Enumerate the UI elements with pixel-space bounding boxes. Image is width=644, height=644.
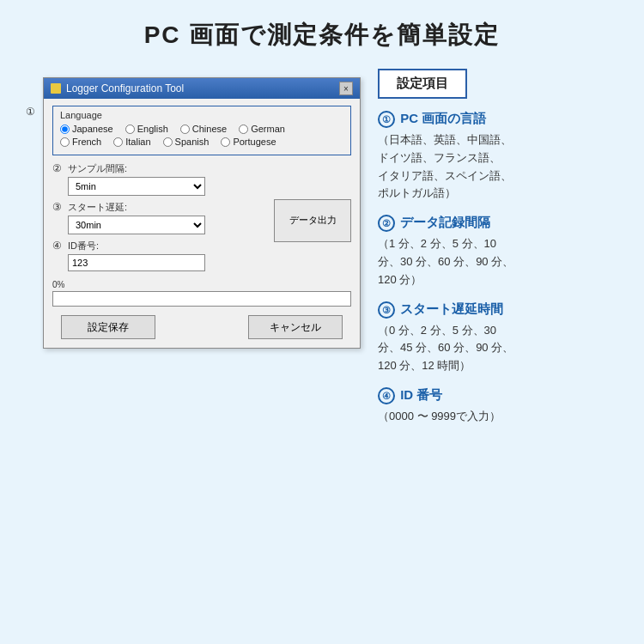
main-content: ① Logger Configuration Tool × Language	[0, 60, 644, 447]
dialog-titlebar-left: Logger Configuration Tool	[51, 82, 184, 94]
setting-num-4: ④	[378, 387, 395, 404]
circle-label-1: ①	[26, 106, 35, 118]
start-delay-section: スタート遅延: 30min	[68, 201, 267, 234]
progress-label: 0%	[52, 280, 351, 289]
setting-desc-3: （0 分、2 分、5 分、30分、45 分、60 分、90 分、120 分、12…	[378, 322, 627, 375]
circle-label-2: ②	[52, 162, 68, 174]
language-group: Language Japanese English Chinese	[52, 106, 351, 155]
radio-portugese-input[interactable]	[221, 137, 230, 147]
setting-title-4: ④ ID 番号	[378, 387, 627, 404]
settings-header: 設定項目	[378, 69, 467, 99]
radio-japanese[interactable]: Japanese	[60, 124, 113, 134]
dialog-body: Language Japanese English Chinese	[44, 99, 360, 348]
radio-german[interactable]: German	[239, 124, 285, 134]
radio-german-input[interactable]	[239, 125, 248, 134]
two-col-layout: ② サンプル間隔: 5min ③	[52, 162, 351, 275]
sample-interval-select[interactable]: 5min	[68, 177, 205, 196]
setting-title-2: ② データ記録間隔	[378, 215, 627, 232]
start-delay-label: スタート遅延:	[68, 201, 267, 214]
radio-italian-input[interactable]	[113, 137, 123, 147]
radio-french[interactable]: French	[60, 137, 101, 147]
setting-item-4: ④ ID 番号 （0000 〜 9999で入力）	[378, 387, 627, 426]
circle-label-4: ④	[52, 240, 68, 252]
sample-interval-label: サンプル間隔:	[68, 162, 267, 175]
setting-item-2: ② データ記録間隔 （1 分、2 分、5 分、10分、30 分、60 分、90 …	[378, 215, 627, 289]
circle-label-3: ③	[52, 201, 68, 213]
id-label: ID番号:	[68, 240, 267, 252]
radio-portugese[interactable]: Portugese	[221, 137, 276, 147]
left-panel: ① Logger Configuration Tool × Language	[26, 69, 361, 438]
setting-num-1: ①	[378, 111, 395, 128]
progress-bar	[52, 291, 351, 307]
radio-row-2: French Italian Spanish Portugese	[60, 137, 343, 147]
dialog-title: Logger Configuration Tool	[66, 82, 184, 94]
radio-row-1: Japanese English Chinese German	[60, 124, 343, 134]
id-input[interactable]	[68, 254, 205, 271]
dialog-titlebar: Logger Configuration Tool ×	[44, 78, 360, 99]
setting-item-1: ① PC 画面の言語 （日本語、英語、中国語、ドイツ語、フランス語、イタリア語、…	[378, 111, 627, 203]
language-legend: Language	[60, 110, 343, 120]
radio-spanish-input[interactable]	[163, 137, 173, 147]
radio-chinese[interactable]: Chinese	[180, 124, 227, 134]
right-panel: 設定項目 ① PC 画面の言語 （日本語、英語、中国語、ドイツ語、フランス語、イ…	[378, 69, 627, 438]
radio-spanish[interactable]: Spanish	[163, 137, 210, 147]
setting-num-2: ②	[378, 215, 395, 232]
id-section: ID番号:	[68, 240, 267, 271]
close-button[interactable]: ×	[339, 82, 353, 95]
page-title: PC 画面で測定条件を簡単設定	[0, 0, 644, 60]
radio-english[interactable]: English	[125, 124, 168, 134]
save-button[interactable]: 設定保存	[61, 315, 155, 339]
cancel-button[interactable]: キャンセル	[248, 315, 343, 339]
sample-interval-section: サンプル間隔: 5min	[68, 162, 267, 196]
setting-title-1: ① PC 画面の言語	[378, 111, 627, 128]
radio-english-input[interactable]	[125, 125, 135, 134]
progress-section: 0%	[52, 280, 351, 307]
data-output-button[interactable]: データ出力	[274, 199, 351, 242]
setting-num-3: ③	[378, 301, 395, 319]
radio-chinese-input[interactable]	[180, 125, 190, 134]
left-form: ② サンプル間隔: 5min ③	[52, 162, 267, 275]
right-form: データ出力	[274, 162, 351, 275]
dialog-window: Logger Configuration Tool × Language Jap…	[43, 77, 361, 349]
title-icon	[51, 83, 61, 94]
setting-item-3: ③ スタート遅延時間 （0 分、2 分、5 分、30分、45 分、60 分、90…	[378, 301, 627, 375]
setting-title-3: ③ スタート遅延時間	[378, 301, 627, 319]
radio-french-input[interactable]	[60, 137, 70, 147]
setting-desc-4: （0000 〜 9999で入力）	[378, 408, 627, 426]
radio-italian[interactable]: Italian	[113, 137, 150, 147]
setting-desc-1: （日本語、英語、中国語、ドイツ語、フランス語、イタリア語、スペイン語、ポルトガル…	[378, 131, 627, 203]
start-delay-select[interactable]: 30min	[68, 216, 205, 234]
radio-japanese-input[interactable]	[60, 125, 70, 134]
dialog-buttons: 設定保存 キャンセル	[52, 315, 351, 339]
setting-desc-2: （1 分、2 分、5 分、10分、30 分、60 分、90 分、120 分）	[378, 235, 627, 289]
